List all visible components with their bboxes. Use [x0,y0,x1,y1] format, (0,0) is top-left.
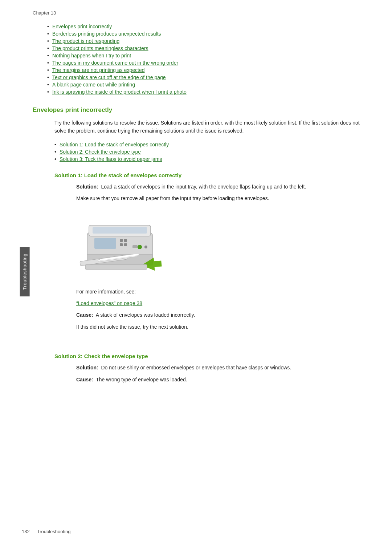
toc-link-6[interactable]: The pages in my document came out in the… [52,60,178,66]
toc-item-7: The margins are not printing as expected [47,67,370,73]
toc-link-8[interactable]: Text or graphics are cut off at the edge… [52,74,166,80]
svg-rect-12 [120,239,123,242]
svg-rect-14 [120,243,123,246]
solution1-make-sure: Make sure that you remove all paper from… [76,194,370,202]
toc-item-10: Ink is spraying the inside of the produc… [47,89,370,95]
solution2-cause-text: The wrong type of envelope was loaded. [96,377,187,382]
solution1-cause-text: A stack of envelopes was loaded incorrec… [96,312,195,318]
toc-link-2[interactable]: Borderless printing produces unexpected … [52,31,161,37]
svg-point-9 [144,246,147,248]
printer-image [76,211,171,280]
svg-point-8 [138,245,142,249]
chapter-label: Chapter 13 [33,10,370,16]
toc-item-9: A blank page came out while printing [47,82,370,88]
solution1-heading: Solution 1: Load the stack of envelopes … [54,172,370,178]
toc-link-3[interactable]: The product is not responding [52,38,119,44]
page-footer: 132 Troubleshooting [22,529,370,534]
toc-link-10[interactable]: Ink is spraying the inside of the produc… [52,89,187,95]
solution1-body: Load a stack of envelopes in the input t… [101,184,306,190]
solution2-text: Solution: Do not use shiny or embossed e… [76,364,370,372]
solution1-text: Solution: Load a stack of envelopes in t… [76,183,370,191]
svg-rect-10 [132,245,138,248]
toc-item-4: The product prints meaningless character… [47,45,370,51]
sub-toc-link-3[interactable]: Solution 3: Tuck the flaps to avoid pape… [60,156,162,162]
toc-link-9[interactable]: A blank page came out while printing [52,82,135,88]
toc-link-1[interactable]: Envelopes print incorrectly [52,24,112,29]
footer-chapter-label: Troubleshooting [37,529,71,534]
solution1-label: Solution: [76,184,98,190]
toc-item-1: Envelopes print incorrectly [47,24,370,29]
solution2-heading: Solution 2: Check the envelope type [54,353,370,359]
sub-toc-link-1[interactable]: Solution 1: Load the stack of envelopes … [60,142,169,147]
sidebar-tab: Troubleshooting [20,247,30,296]
toc-link-7[interactable]: The margins are not printing as expected [52,67,144,73]
divider [54,342,370,342]
sub-toc-item-3: Solution 3: Tuck the flaps to avoid pape… [54,156,370,162]
sub-toc-list: Solution 1: Load the stack of envelopes … [54,142,370,162]
solution1-cause: Cause: A stack of envelopes was loaded i… [76,311,370,319]
toc-item-3: The product is not responding [47,38,370,44]
toc-item-8: Text or graphics are cut off at the edge… [47,74,370,80]
toc-item-2: Borderless printing produces unexpected … [47,31,370,37]
toc-link-4[interactable]: The product prints meaningless character… [52,45,148,51]
toc-link-5[interactable]: Nothing happens when I try to print [52,53,131,58]
sub-toc-item-2: Solution 2: Check the envelope type [54,149,370,155]
load-envelopes-link[interactable]: “Load envelopes” on page 38 [76,300,142,306]
solution1-if-text: If this did not solve the issue, try the… [76,323,370,331]
solution1-block: Solution 1: Load the stack of envelopes … [54,172,370,331]
section-heading-envelopes: Envelopes print incorrectly [33,106,370,114]
solution2-block: Solution 2: Check the envelope type Solu… [54,353,370,384]
printer-svg [76,211,171,280]
section-envelopes: Envelopes print incorrectly Try the foll… [33,106,370,384]
sub-toc-item-1: Solution 1: Load the stack of envelopes … [54,142,370,147]
toc-item-5: Nothing happens when I try to print [47,53,370,58]
solution2-body: Do not use shiny or embossed envelopes o… [101,365,291,370]
solution1-link: “Load envelopes” on page 38 [76,299,370,307]
svg-rect-13 [124,239,127,242]
svg-rect-11 [94,238,116,249]
solution2-cause-label: Cause: [76,377,93,382]
toc-item-6: The pages in my document came out in the… [47,60,370,66]
sub-toc-link-2[interactable]: Solution 2: Check the envelope type [60,149,141,155]
sidebar-label: Troubleshooting [22,253,28,289]
solution2-cause: Cause: The wrong type of envelope was lo… [76,376,370,384]
for-more-text: For more information, see: [76,289,136,295]
svg-rect-15 [124,243,127,246]
section-intro-text: Try the following solutions to resolve t… [54,119,370,135]
solution1-for-more: For more information, see: [76,288,370,296]
solution1-cause-label: Cause: [76,312,93,318]
toc-list: Envelopes print incorrectly Borderless p… [47,24,370,95]
solution2-label: Solution: [76,365,98,370]
svg-rect-2 [93,227,147,234]
svg-rect-16 [85,264,147,270]
footer-page-num: 132 [22,529,30,534]
